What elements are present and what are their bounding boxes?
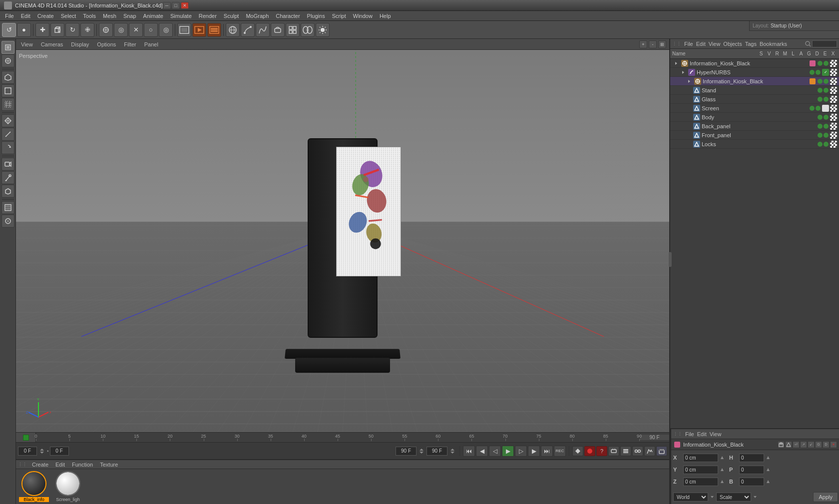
left-tool-3d-view[interactable] bbox=[1, 71, 14, 84]
toolbar-move[interactable]: ◎ bbox=[114, 23, 128, 37]
obj-row-frontpanel[interactable]: Front_panel bbox=[670, 131, 839, 140]
vp-icon-minus[interactable]: - bbox=[649, 40, 657, 48]
menu-select[interactable]: Select bbox=[58, 12, 79, 20]
mat-grip[interactable]: ⋮⋮ bbox=[18, 462, 27, 467]
obj-menu-tags[interactable]: Tags bbox=[745, 41, 757, 47]
current-frame-input[interactable] bbox=[18, 447, 37, 456]
toolbar-spline[interactable] bbox=[241, 23, 255, 37]
minimize-button[interactable]: ─ bbox=[163, 2, 171, 9]
mat-menu-texture[interactable]: Texture bbox=[98, 461, 120, 469]
obj-menu-view[interactable]: View bbox=[709, 41, 721, 47]
mat-menu-create[interactable]: Create bbox=[30, 461, 50, 469]
expand-arrow-1[interactable] bbox=[672, 60, 680, 67]
frame-end-spinner[interactable] bbox=[418, 448, 425, 454]
tl-auto-key[interactable]: ? bbox=[596, 446, 607, 456]
panel-resize-handle[interactable] bbox=[669, 252, 672, 267]
toolbar-stereo[interactable] bbox=[301, 23, 315, 37]
obj-row-stand[interactable]: Stand bbox=[670, 86, 839, 95]
toolbar-edge[interactable]: ○ bbox=[144, 23, 158, 37]
toolbar-render[interactable] bbox=[192, 23, 206, 37]
coord-z-input[interactable] bbox=[683, 478, 718, 486]
obj-row-kiosk-inner[interactable]: Information_Kiosk_Black bbox=[670, 77, 839, 86]
toolbar-cube[interactable] bbox=[50, 23, 64, 37]
obj-menu-edit[interactable]: Edit bbox=[696, 41, 706, 47]
attr-btn-1[interactable] bbox=[778, 441, 785, 448]
attr-menu-view[interactable]: View bbox=[710, 431, 722, 437]
left-tool-scale2[interactable] bbox=[1, 128, 14, 141]
left-tool-move2[interactable] bbox=[1, 114, 14, 127]
transport-play[interactable]: ▶ bbox=[502, 446, 514, 457]
attr-btn-2[interactable] bbox=[785, 441, 792, 448]
obj-row-body[interactable]: Body bbox=[670, 113, 839, 122]
transport-to-end[interactable]: ⏭ bbox=[541, 446, 553, 457]
obj-menu-bookmarks[interactable]: Bookmarks bbox=[760, 41, 787, 47]
attr-btn-4[interactable]: ↗ bbox=[800, 441, 807, 448]
vp-menu-options[interactable]: Options bbox=[95, 40, 118, 48]
mat-menu-edit[interactable]: Edit bbox=[53, 461, 67, 469]
coord-h-input[interactable] bbox=[739, 454, 764, 462]
attr-btn-3[interactable]: ⏎ bbox=[793, 441, 800, 448]
toolbar-render-queue[interactable] bbox=[207, 23, 221, 37]
attr-menu-file[interactable]: File bbox=[685, 431, 694, 437]
tl-anim-btn[interactable] bbox=[644, 446, 655, 456]
left-tool-poly-pen[interactable] bbox=[1, 185, 14, 198]
vp-menu-view[interactable]: View bbox=[19, 40, 35, 48]
toolbar-deformer[interactable] bbox=[271, 23, 285, 37]
frame-spinner[interactable] bbox=[38, 447, 46, 455]
vp-menu-panel[interactable]: Panel bbox=[142, 40, 160, 48]
obj-row-backpanel[interactable]: Back_panel bbox=[670, 122, 839, 131]
toolbar-sphere[interactable] bbox=[226, 23, 240, 37]
toolbar-new-obj[interactable]: ✚ bbox=[35, 23, 49, 37]
attr-btn-6[interactable]: G bbox=[815, 441, 822, 448]
tl-motion-clip[interactable] bbox=[608, 446, 619, 456]
toolbar-vertex[interactable]: ◎ bbox=[159, 23, 173, 37]
tl-clapboard[interactable] bbox=[656, 446, 667, 456]
object-search-input[interactable] bbox=[812, 40, 837, 47]
maximize-button[interactable]: □ bbox=[172, 2, 180, 9]
menu-window[interactable]: Window bbox=[350, 12, 376, 20]
tl-scheme-btn[interactable] bbox=[632, 446, 643, 456]
obj-row-glass[interactable]: Glass bbox=[670, 95, 839, 104]
transport-to-start[interactable]: ⏮ bbox=[463, 446, 475, 457]
frame-end-field2[interactable] bbox=[426, 447, 447, 456]
vp-icon-plus[interactable]: + bbox=[639, 40, 647, 48]
coord-y-input[interactable] bbox=[683, 466, 718, 474]
viewport-3d[interactable]: Perspective bbox=[16, 50, 669, 432]
obj-row-locks[interactable]: Locks bbox=[670, 140, 839, 149]
attr-btn-7[interactable]: D bbox=[823, 441, 830, 448]
coord-p-input[interactable] bbox=[739, 466, 764, 474]
menu-animate[interactable]: Animate bbox=[140, 12, 166, 20]
mat-menu-function[interactable]: Function bbox=[70, 461, 95, 469]
menu-mograph[interactable]: MoGraph bbox=[243, 12, 272, 20]
left-tool-select[interactable] bbox=[1, 41, 14, 54]
transport-prev-key[interactable]: ◁ bbox=[489, 446, 501, 457]
attr-btn-8[interactable]: ✕ bbox=[830, 441, 837, 448]
toolbar-grid[interactable] bbox=[286, 23, 300, 37]
tl-record-all[interactable] bbox=[584, 446, 595, 456]
toolbar-poly[interactable]: ✕ bbox=[129, 23, 143, 37]
toolbar-light[interactable] bbox=[316, 23, 330, 37]
menu-help[interactable]: Help bbox=[377, 12, 394, 20]
transport-prev-frame[interactable]: ◀ bbox=[476, 446, 488, 457]
left-tool-perspective[interactable] bbox=[1, 84, 14, 97]
coord-mode-dropdown[interactable]: Scale bbox=[716, 493, 751, 502]
obj-menu-file[interactable]: File bbox=[684, 41, 693, 47]
left-tool-wire[interactable] bbox=[1, 98, 14, 111]
toolbar-scale[interactable]: ✙ bbox=[80, 23, 94, 37]
toolbar-undo[interactable]: ↺ bbox=[2, 23, 16, 37]
coord-space-dropdown[interactable]: World bbox=[673, 493, 708, 502]
vp-menu-filter[interactable]: Filter bbox=[122, 40, 138, 48]
attr-menu-edit[interactable]: Edit bbox=[697, 431, 707, 437]
menu-snap[interactable]: Snap bbox=[120, 12, 139, 20]
close-button[interactable]: ✕ bbox=[181, 2, 189, 9]
vp-menu-cameras[interactable]: Cameras bbox=[39, 40, 65, 48]
menu-tools[interactable]: Tools bbox=[80, 12, 99, 20]
expand-arrow-2[interactable] bbox=[679, 69, 687, 76]
obj-menu-objects[interactable]: Objects bbox=[723, 41, 742, 47]
menu-character[interactable]: Character bbox=[273, 12, 303, 20]
obj-row-kiosk[interactable]: Information_Kiosk_Black bbox=[670, 59, 839, 68]
menu-create[interactable]: Create bbox=[34, 12, 57, 20]
toolbar-null[interactable] bbox=[99, 23, 113, 37]
left-tool-texture[interactable] bbox=[1, 201, 14, 214]
vp-menu-display[interactable]: Display bbox=[69, 40, 91, 48]
